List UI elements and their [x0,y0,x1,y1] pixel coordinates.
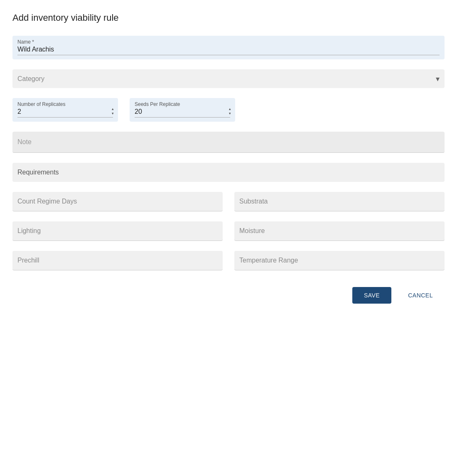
count-regime-days-label: Count Regime Days [17,198,77,205]
lighting-field[interactable]: Lighting [12,221,223,241]
substrata-field[interactable]: Substrata [234,192,445,211]
seeds-per-replicate-input[interactable] [135,108,230,118]
save-button[interactable]: SAVE [352,287,391,304]
page-title: Add inventory viability rule [12,12,445,23]
replicates-row: Number of Replicates ▴ ▾ Seeds Per Repli… [12,98,445,122]
count-regime-days-field[interactable]: Count Regime Days [12,192,223,211]
substrata-label: Substrata [239,198,268,205]
seeds-spinner[interactable]: ▴ ▾ [229,107,231,116]
category-select[interactable]: Category [12,69,445,88]
requirements-field: Requirements [12,163,445,182]
category-field[interactable]: Category ▾ [12,69,445,88]
seeds-down-button[interactable]: ▾ [229,111,231,116]
name-label: Name * [17,39,440,45]
footer-actions: SAVE CANCEL [12,280,445,304]
prechill-temp-row: Prechill Temperature Range [12,251,445,270]
number-of-replicates-input[interactable] [17,108,113,118]
moisture-label: Moisture [239,227,265,234]
seeds-up-button[interactable]: ▴ [229,107,231,111]
moisture-field[interactable]: Moisture [234,221,445,241]
lighting-moisture-row: Lighting Moisture [12,221,445,241]
number-of-replicates-label: Number of Replicates [17,101,113,107]
seeds-per-replicate-field: Seeds Per Replicate ▴ ▾ [130,98,235,122]
replicates-down-button[interactable]: ▾ [112,111,114,116]
cancel-button[interactable]: CANCEL [396,287,445,304]
temperature-range-field[interactable]: Temperature Range [234,251,445,270]
number-of-replicates-field: Number of Replicates ▴ ▾ [12,98,118,122]
note-field[interactable]: Note [12,132,445,153]
seeds-per-replicate-label: Seeds Per Replicate [135,101,230,107]
name-field-wrapper: Name * [12,36,445,59]
prechill-label: Prechill [17,257,39,264]
lighting-label: Lighting [17,227,41,234]
count-substrata-row: Count Regime Days Substrata [12,192,445,211]
name-input[interactable] [17,46,440,55]
prechill-field[interactable]: Prechill [12,251,223,270]
replicates-spinner[interactable]: ▴ ▾ [112,107,114,116]
replicates-up-button[interactable]: ▴ [112,107,114,111]
temperature-range-label: Temperature Range [239,257,298,264]
note-placeholder-text: Note [17,138,32,145]
requirements-label: Requirements [17,169,59,176]
